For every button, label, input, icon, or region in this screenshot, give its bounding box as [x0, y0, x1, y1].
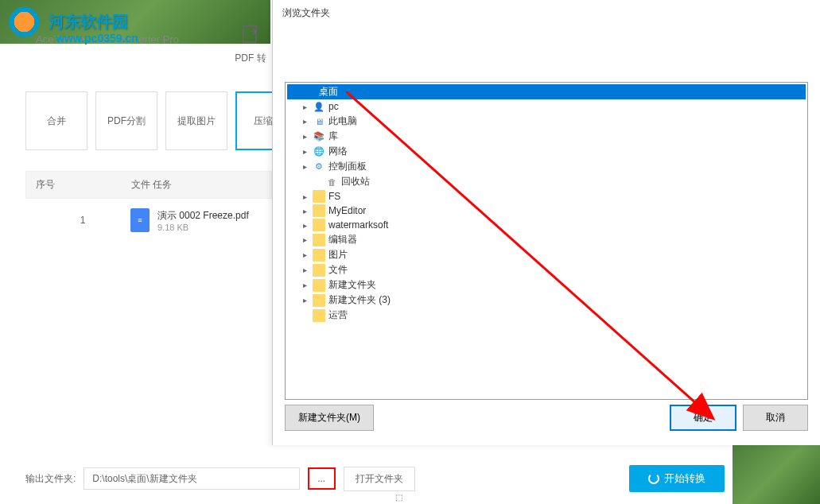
resize-handle[interactable]: ⬚ — [395, 493, 402, 502]
control-panel-icon: ⚙ — [313, 161, 325, 173]
tool-tabs: 合并 PDF分割 提取图片 压缩P — [25, 91, 297, 150]
tree-item-recycle-bin[interactable]: 🗑回收站 — [287, 174, 806, 189]
tree-item-new-folder[interactable]: ▸新建文件夹 — [287, 277, 806, 293]
folder-icon — [313, 309, 325, 322]
table-header: 序号 文件 任务 — [25, 171, 272, 199]
network-icon: 🌐 — [313, 145, 325, 158]
file-table: 序号 文件 任务 1 ≡ 演示 0002 Freeze.pdf 9.18 KB — [25, 171, 272, 242]
browse-folder-dialog: 浏览文件夹 桌面 ▸👤pc ▸🖥此电脑 ▸📚库 ▸🌐网络 ▸⚙控制面板 🗑回收站… — [272, 0, 820, 445]
folder-icon — [313, 249, 325, 262]
tree-item-this-pc[interactable]: ▸🖥此电脑 — [287, 114, 806, 129]
tree-label: 运营 — [328, 308, 348, 322]
tree-item-myeditor[interactable]: ▸MyEditor — [287, 204, 806, 218]
user-icon: 👤 — [313, 100, 325, 113]
dialog-button-bar: 新建文件夹(M) 确定 取消 — [285, 405, 808, 431]
tree-item-yunying[interactable]: 运营 — [287, 308, 806, 323]
tree-item-network[interactable]: ▸🌐网络 — [287, 144, 806, 159]
cancel-button[interactable]: 取消 — [743, 405, 808, 431]
tree-label: MyEditor — [328, 205, 366, 216]
tree-label: 控制面板 — [328, 160, 367, 173]
tree-label: 回收站 — [341, 175, 370, 188]
tree-item-files[interactable]: ▸文件 — [287, 262, 806, 277]
tree-label: 新建文件夹 (3) — [328, 293, 391, 307]
browse-button[interactable]: ... — [308, 467, 336, 490]
open-folder-button[interactable]: 打开文件夹 — [344, 467, 415, 491]
extract-images-tab[interactable]: 提取图片 — [165, 91, 227, 150]
library-icon: 📚 — [313, 130, 325, 143]
ok-button[interactable]: 确定 — [670, 405, 736, 431]
folder-icon — [313, 294, 325, 307]
watermark-text: www.pc0359.cn — [56, 32, 138, 45]
column-seq-header: 序号 — [36, 178, 131, 192]
tree-item-editor[interactable]: ▸编辑器 — [287, 232, 806, 247]
folder-icon — [313, 279, 325, 292]
tree-label: 新建文件夹 — [328, 278, 376, 292]
recycle-bin-icon: 🗑 — [325, 176, 338, 188]
new-folder-button[interactable]: 新建文件夹(M) — [285, 405, 374, 431]
column-file-header: 文件 任务 — [131, 178, 262, 192]
folder-icon — [313, 234, 325, 246]
main-window: AceThinker PDF Converter Pro www.pc0359.… — [0, 0, 820, 504]
bottom-bar: 输出文件夹: ... 打开文件夹 开始转换 — [25, 465, 725, 492]
start-button-label: 开始转换 — [664, 471, 705, 486]
output-folder-label: 输出文件夹: — [25, 472, 76, 486]
start-convert-button[interactable]: 开始转换 — [629, 465, 725, 492]
tree-label: FS — [328, 191, 340, 202]
tree-item-pc[interactable]: ▸👤pc — [287, 99, 806, 114]
row-seq-num: 1 — [35, 215, 130, 226]
tree-label: pc — [328, 101, 339, 112]
file-size: 9.18 KB — [157, 223, 249, 232]
split-tab[interactable]: PDF分割 — [95, 91, 157, 150]
tree-item-watermarksoft[interactable]: ▸watermarksoft — [287, 218, 806, 232]
pdf-convert-label: PDF 转 — [231, 52, 270, 65]
tree-label: 此电脑 — [328, 114, 357, 128]
tree-label: watermarksoft — [328, 219, 388, 231]
folder-icon — [313, 264, 325, 277]
tree-label: 库 — [328, 130, 338, 143]
tree-label: 文件 — [328, 263, 348, 277]
tree-label: 桌面 — [319, 85, 338, 99]
tree-label: 编辑器 — [328, 233, 357, 246]
tree-item-new-folder-3[interactable]: ▸新建文件夹 (3) — [287, 293, 806, 308]
pdf-convert-tab[interactable]: PDF 转 — [231, 24, 270, 65]
tree-item-control-panel[interactable]: ▸⚙控制面板 — [287, 159, 806, 174]
tree-label: 网络 — [328, 145, 348, 158]
logo-text: 河东软件园 — [49, 11, 128, 33]
folder-icon — [313, 219, 325, 231]
computer-icon: 🖥 — [313, 115, 325, 128]
dialog-title: 浏览文件夹 — [273, 0, 820, 26]
file-info: ≡ 演示 0002 Freeze.pdf 9.18 KB — [130, 208, 249, 232]
merge-tab[interactable]: 合并 — [25, 91, 87, 150]
tree-item-library[interactable]: ▸📚库 — [287, 129, 806, 144]
file-name: 演示 0002 Freeze.pdf — [157, 209, 249, 223]
tree-item-pictures[interactable]: ▸图片 — [287, 247, 806, 262]
document-convert-icon — [239, 24, 262, 46]
tree-item-fs[interactable]: ▸FS — [287, 189, 806, 204]
logo-icon — [6, 4, 42, 40]
refresh-icon — [648, 473, 659, 484]
pdf-file-icon: ≡ — [130, 208, 150, 232]
tree-item-desktop[interactable]: 桌面 — [287, 84, 806, 99]
desktop-icon — [303, 86, 316, 99]
tree-label: 图片 — [328, 248, 348, 262]
table-row[interactable]: 1 ≡ 演示 0002 Freeze.pdf 9.18 KB — [25, 199, 272, 242]
background-decoration-right — [733, 441, 820, 504]
output-path-input[interactable] — [84, 467, 299, 490]
folder-tree[interactable]: 桌面 ▸👤pc ▸🖥此电脑 ▸📚库 ▸🌐网络 ▸⚙控制面板 🗑回收站 ▸FS ▸… — [285, 82, 808, 400]
folder-icon — [313, 204, 325, 217]
folder-icon — [313, 190, 325, 203]
